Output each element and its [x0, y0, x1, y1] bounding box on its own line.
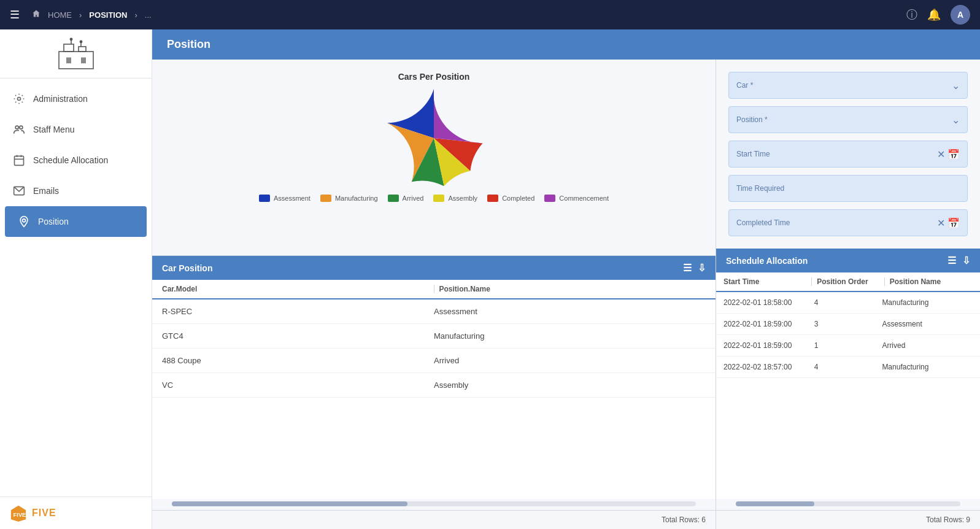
- start-time-clear-icon[interactable]: ✕: [937, 149, 945, 160]
- svg-point-17: [23, 219, 26, 222]
- legend-item-completed: Completed: [487, 195, 534, 202]
- five-logo-text: FIVE: [32, 508, 56, 519]
- page-header: Position: [152, 29, 980, 60]
- schedule-allocation-table-body[interactable]: 2022-02-01 18:58:00 4 Manufacturing 2022…: [716, 292, 980, 499]
- legend-dot-manufacturing: [320, 195, 331, 202]
- car-position-table-section: Car Position ☰ ⇩ Car.Model Position.Name: [152, 256, 716, 529]
- hamburger-menu-icon[interactable]: ☰: [10, 8, 20, 21]
- schedule-allocation-table-header: Schedule Allocation ☰ ⇩: [716, 249, 980, 272]
- car-position-total-rows: Total Rows: 6: [662, 515, 706, 524]
- position-dropdown-icon[interactable]: ⌄: [952, 114, 960, 126]
- legend-item-assessment: Assessment: [259, 195, 311, 202]
- schedule-allocation-table-actions: ☰ ⇩: [947, 255, 970, 266]
- cell-position-order: 4: [814, 298, 882, 307]
- table-row[interactable]: 2022-02-01 18:59:00 1 Arrived: [716, 335, 980, 357]
- people-icon: [12, 123, 26, 136]
- cell-start-time: 2022-02-01 18:59:00: [723, 341, 814, 350]
- car-dropdown-icon[interactable]: ⌄: [952, 80, 960, 91]
- start-time-field[interactable]: Start Time ✕ 📅: [728, 141, 968, 168]
- completed-time-field[interactable]: Completed Time ✕ 📅: [728, 209, 968, 236]
- nav-position-label[interactable]: POSITION: [89, 10, 127, 20]
- sidebar-item-schedule-allocation[interactable]: Schedule Allocation: [0, 145, 152, 176]
- car-position-filter-icon[interactable]: ☰: [683, 262, 692, 274]
- car-position-table-header: Car Position ☰ ⇩: [152, 256, 716, 280]
- gear-icon: [12, 92, 26, 106]
- svg-rect-1: [64, 44, 74, 52]
- schedule-allocation-filter-icon[interactable]: ☰: [947, 255, 956, 266]
- sidebar-menu: Administration Staff Menu: [0, 79, 152, 496]
- cell-position-order: 1: [814, 341, 882, 350]
- svg-point-10: [15, 126, 18, 129]
- sidebar-item-schedule-allocation-label: Schedule Allocation: [33, 155, 108, 165]
- cell-sa-position-name: Arrived: [882, 341, 973, 350]
- svg-rect-4: [81, 57, 86, 63]
- start-time-calendar-icon[interactable]: 📅: [947, 149, 960, 160]
- cell-start-time: 2022-02-01 18:59:00: [723, 320, 814, 328]
- col-header-position-order: Position Order: [817, 277, 879, 286]
- table-row[interactable]: 488 Coupe Arrived: [152, 349, 716, 373]
- sidebar-item-administration[interactable]: Administration: [0, 83, 152, 114]
- email-icon: [12, 184, 26, 198]
- car-position-table-actions: ☰ ⇩: [683, 262, 706, 274]
- svg-point-9: [18, 98, 21, 101]
- col-header-car-model: Car.Model: [162, 285, 429, 293]
- schedule-allocation-scrollbar[interactable]: [736, 501, 960, 506]
- time-required-label: Time Required: [736, 184, 960, 193]
- pie-chart: [385, 89, 483, 187]
- table-row[interactable]: 2022-02-01 18:59:00 3 Assessment: [716, 314, 980, 335]
- table-row[interactable]: GTC4 Manufacturing: [152, 324, 716, 349]
- user-avatar[interactable]: A: [951, 5, 970, 25]
- help-icon[interactable]: ⓘ: [906, 7, 917, 22]
- cell-car-model: R-SPEC: [162, 307, 434, 316]
- cell-sa-position-name: Manufacturing: [882, 363, 973, 371]
- sidebar-item-emails-label: Emails: [33, 186, 59, 196]
- completed-time-label: Completed Time: [736, 218, 935, 227]
- car-position-download-icon[interactable]: ⇩: [698, 262, 706, 274]
- car-position-scrollbar[interactable]: [172, 501, 696, 506]
- nav-home-label[interactable]: HOME: [48, 10, 72, 20]
- sidebar-item-emails[interactable]: Emails: [0, 176, 152, 206]
- location-icon: [17, 215, 31, 228]
- sidebar-item-staff-menu[interactable]: Staff Menu: [0, 114, 152, 145]
- legend-dot-commencement: [544, 195, 555, 202]
- chart-title: Cars Per Position: [398, 72, 470, 82]
- legend-dot-assessment: [259, 195, 270, 202]
- time-required-field[interactable]: Time Required: [728, 175, 968, 202]
- cell-position-order: 3: [814, 320, 882, 328]
- calendar-icon: [12, 153, 26, 167]
- start-time-label: Start Time: [736, 150, 935, 158]
- car-field[interactable]: Car * ⌄: [728, 72, 968, 99]
- car-position-table-body[interactable]: R-SPEC Assessment GTC4 Manufacturing 488…: [152, 299, 716, 499]
- col-divider-3: [884, 277, 885, 286]
- schedule-allocation-table-title: Schedule Allocation: [726, 256, 808, 266]
- main-layout: Administration Staff Menu: [0, 29, 980, 529]
- schedule-allocation-table-footer: Total Rows: 9: [716, 510, 980, 529]
- col-divider-1: [434, 285, 434, 293]
- table-row[interactable]: 2022-02-02 18:57:00 4 Manufacturing: [716, 357, 980, 378]
- table-row[interactable]: R-SPEC Assessment: [152, 299, 716, 324]
- chart-legend: Assessment Manufacturing Arrived As: [259, 195, 609, 202]
- five-logo: FIVE FIVE: [10, 504, 142, 522]
- cell-position-name: Assessment: [434, 307, 706, 316]
- schedule-allocation-download-icon[interactable]: ⇩: [962, 255, 970, 266]
- nav-dots[interactable]: ...: [145, 10, 152, 20]
- svg-text:FIVE: FIVE: [14, 512, 26, 518]
- col-header-start-time: Start Time: [723, 277, 806, 286]
- completed-time-calendar-icon[interactable]: 📅: [947, 217, 960, 229]
- schedule-allocation-total-rows: Total Rows: 9: [926, 515, 970, 524]
- legend-item-commencement: Commencement: [544, 195, 609, 202]
- notification-icon[interactable]: 🔔: [927, 8, 941, 21]
- form-area: Car * ⌄ Position * ⌄ Start Time ✕ 📅: [716, 60, 980, 249]
- main-content: Position Cars Per Position: [152, 29, 980, 529]
- schedule-allocation-col-headers: Start Time Position Order Position Name: [716, 272, 980, 292]
- position-field[interactable]: Position * ⌄: [728, 106, 968, 133]
- chart-container: [385, 89, 483, 187]
- table-row[interactable]: 2022-02-01 18:58:00 4 Manufacturing: [716, 292, 980, 314]
- table-row[interactable]: VC Assembly: [152, 373, 716, 398]
- svg-point-11: [20, 126, 23, 129]
- sidebar-logo: [0, 29, 152, 79]
- completed-time-clear-icon[interactable]: ✕: [937, 217, 945, 229]
- svg-rect-2: [79, 47, 86, 52]
- sidebar-item-position[interactable]: Position: [5, 206, 147, 237]
- schedule-allocation-table-section: Schedule Allocation ☰ ⇩ Start Time Posit…: [716, 249, 980, 529]
